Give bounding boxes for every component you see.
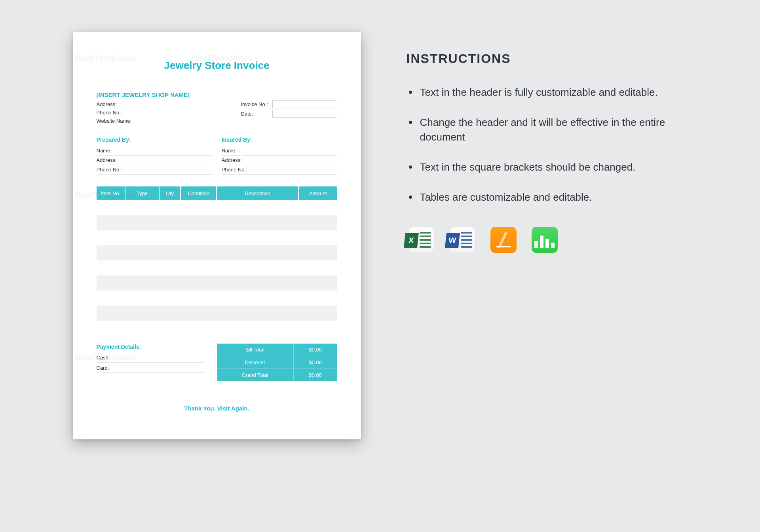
items-table: Item No. Type Qty Condition Description … <box>97 186 337 336</box>
cash-field: Cash: <box>97 353 205 363</box>
website-field: Website Name: <box>97 118 229 124</box>
table-row <box>97 291 337 306</box>
payment-details-header: Payment Details: <box>97 344 205 350</box>
address-field: Address: <box>97 101 229 107</box>
grand-total-label: Grand Total <box>217 369 294 381</box>
table-row <box>97 276 337 291</box>
numbers-icon <box>532 227 558 253</box>
discount-value: $0.00 <box>294 356 337 369</box>
bottom-area: Payment Details: Cash: Card: Bill Total … <box>97 344 337 381</box>
th-description: Description <box>217 186 298 200</box>
bill-total-label: Bill Total <box>217 344 294 356</box>
invoice-title: Jewelry Store Invoice <box>97 59 337 72</box>
table-row <box>97 200 337 215</box>
th-item-no: Item No. <box>97 186 125 200</box>
card-field: Card: <box>97 363 205 373</box>
invoice-page: BestTemplates BestTemplates BestTemplate… <box>73 32 361 439</box>
totals-box: Bill Total $0.00 Discount $0.00 Grand To… <box>217 344 337 381</box>
prep-address: Address: <box>97 156 212 165</box>
table-row <box>97 245 337 260</box>
word-icon: W <box>449 227 475 253</box>
thank-you: Thank You. Visit Again. <box>97 405 337 412</box>
th-amount: Amount <box>298 186 337 200</box>
prep-phone: Phone No.: <box>97 165 212 175</box>
invoice-no-field: Invoice No.: <box>241 100 337 108</box>
prepared-by-header: Prepared By: <box>97 137 212 143</box>
table-row <box>97 215 337 230</box>
pages-icon <box>490 227 517 253</box>
discount-label: Discount <box>217 356 294 369</box>
format-icons: X W <box>407 227 688 253</box>
instructions-panel: INSTRUCTIONS Text in the header is fully… <box>407 32 688 253</box>
ins-phone: Phone No.: <box>222 165 337 175</box>
table-row <box>97 306 337 321</box>
ins-address: Address: <box>222 156 337 165</box>
th-type: Type <box>125 186 159 200</box>
instructions-heading: INSTRUCTIONS <box>407 51 688 66</box>
table-row <box>97 260 337 276</box>
ins-name: Name: <box>222 146 337 156</box>
parties-block: Prepared By: Name: Address: Phone No.: I… <box>97 126 337 175</box>
instruction-item: Text in the square brackets should be ch… <box>407 160 688 175</box>
prep-name: Name: <box>97 146 212 156</box>
shop-name: [INSERT JEWELRY SHOP NAME] <box>97 91 229 98</box>
grand-total-value: $0.00 <box>294 369 337 381</box>
table-row <box>97 230 337 245</box>
header-block: [INSERT JEWELRY SHOP NAME] Address: Phon… <box>97 91 337 126</box>
excel-icon: X <box>408 227 434 253</box>
instruction-item: Tables are customizable and editable. <box>407 190 688 205</box>
table-row <box>97 321 337 336</box>
phone-field: Phone No.: <box>97 110 229 116</box>
instruction-item: Text in the header is fully customizable… <box>407 85 688 100</box>
th-condition: Condition <box>180 186 217 200</box>
th-qty: Qty <box>159 186 181 200</box>
instruction-item: Change the header and it will be effecti… <box>407 115 688 145</box>
date-field: Date: <box>241 110 337 118</box>
insured-by-header: Insured By: <box>222 137 337 143</box>
bill-total-value: $0.00 <box>294 344 337 356</box>
